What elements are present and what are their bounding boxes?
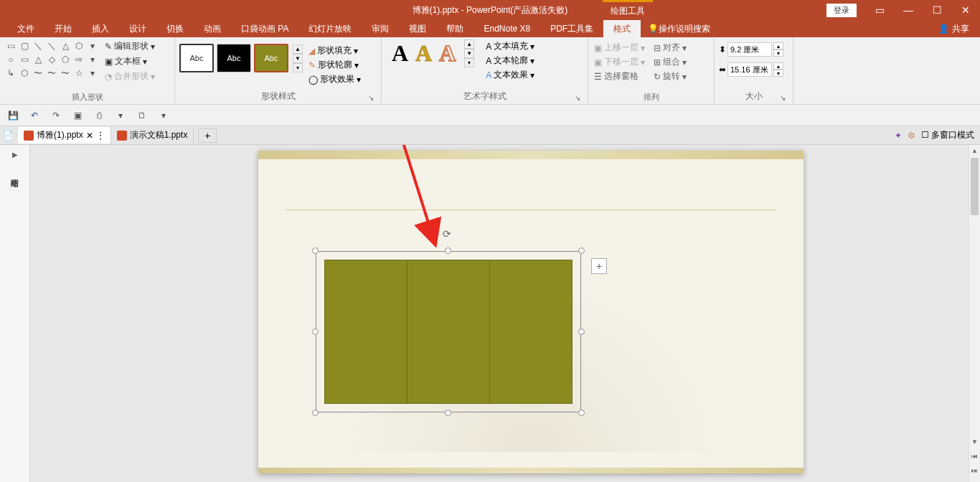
shape-icon[interactable]: △ — [59, 39, 72, 52]
tab-format[interactable]: 格式 — [603, 20, 641, 38]
text-outline-button[interactable]: A文本轮廓▾ — [484, 54, 536, 67]
tab-menu-icon[interactable]: ⋮ — [96, 131, 105, 141]
gallery-more-icon[interactable]: ▾ — [464, 58, 474, 67]
wordart-preset[interactable]: A — [415, 40, 432, 67]
shapes-gallery[interactable]: ▭▢＼＼△⬡▾ ○▭△◇⬠⇨▾ ↳⬡〜〜〜☆▾ — [4, 39, 99, 80]
selected-shape[interactable]: ⟳ + — [316, 251, 581, 412]
shape-icon[interactable]: 〜 — [32, 67, 44, 80]
text-fill-button[interactable]: A文本填充▾ — [484, 39, 536, 53]
dialog-launcher-icon[interactable]: ↘ — [778, 94, 787, 103]
tab-animations[interactable]: 动画 — [194, 20, 231, 38]
share-button[interactable]: 👤 共享 — [938, 23, 969, 35]
tab-file[interactable]: 文件 — [7, 20, 44, 38]
tab-review[interactable]: 审阅 — [362, 20, 399, 38]
tab-help[interactable]: 帮助 — [436, 20, 473, 38]
dialog-launcher-icon[interactable]: ↘ — [367, 94, 375, 103]
style-preset[interactable]: Abc — [254, 44, 288, 72]
shape-icon[interactable]: ＼ — [45, 39, 58, 52]
height-input[interactable] — [727, 42, 772, 57]
shape-style-gallery[interactable]: Abc Abc Abc ▲ ▼ ▾ — [179, 44, 303, 72]
resize-handle[interactable] — [445, 410, 451, 416]
shape-fill-button[interactable]: ◢形状填充▾ — [307, 44, 362, 57]
vertical-scrollbar[interactable]: ▲ ▼ ⏮ ⏭ — [969, 145, 980, 482]
shape-icon[interactable]: ☆ — [72, 67, 85, 80]
shape-more-icon[interactable]: ▾ — [86, 67, 99, 80]
shape-icon[interactable]: ▭ — [18, 53, 31, 66]
shape-icon[interactable]: ▾ — [86, 53, 99, 66]
spinner-down-icon[interactable]: ▼ — [773, 70, 783, 77]
gallery-up-icon[interactable]: ▲ — [293, 44, 303, 54]
wordart-preset[interactable]: A — [439, 40, 456, 67]
shape-icon[interactable]: ⬡ — [72, 39, 85, 52]
resize-handle[interactable] — [312, 329, 319, 335]
merge-shapes-button[interactable]: ◔合并形状▾ — [103, 70, 156, 83]
next-slide-icon[interactable]: ⏭ — [969, 465, 980, 476]
group-button[interactable]: ⊞组合▾ — [652, 55, 688, 69]
minimize-button[interactable]: — — [894, 0, 923, 20]
doc-right-icon[interactable]: ✦ — [895, 131, 902, 141]
undo-icon[interactable]: ↶ — [27, 108, 42, 123]
text-box-button[interactable]: ▣文本框▾ — [103, 55, 156, 68]
resize-handle[interactable] — [445, 247, 451, 254]
qat-customize-icon[interactable]: ▾ — [156, 108, 171, 123]
text-effects-button[interactable]: A文本效果▾ — [484, 68, 536, 82]
qat-icon[interactable]: ⎙ — [92, 108, 106, 123]
send-backward-button[interactable]: ▣下移一层▾ — [593, 55, 646, 69]
close-tab-icon[interactable]: ✕ — [86, 131, 93, 141]
resize-handle[interactable] — [312, 247, 319, 254]
save-icon[interactable]: 💾 — [6, 108, 20, 123]
resize-handle[interactable] — [312, 410, 319, 416]
gallery-down-icon[interactable]: ▼ — [293, 54, 303, 63]
gallery-more-icon[interactable]: ▾ — [293, 63, 303, 72]
shape-icon[interactable]: ○ — [4, 53, 17, 66]
tab-design[interactable]: 设计 — [119, 20, 156, 38]
selection-pane-button[interactable]: ☰选择窗格 — [593, 70, 646, 83]
qat-dropdown-icon[interactable]: ▾ — [113, 108, 128, 123]
shape-icon[interactable]: ↳ — [4, 67, 17, 80]
align-button[interactable]: ⊟对齐▾ — [652, 41, 688, 55]
tab-slideshow[interactable]: 幻灯片放映 — [298, 20, 362, 38]
wordart-gallery[interactable]: A A A ▲ ▼ ▾ — [386, 39, 480, 67]
tab-pocket-anim[interactable]: 口袋动画 PA — [231, 20, 298, 38]
new-document-tab[interactable]: + — [198, 128, 217, 143]
login-button[interactable]: 登录 — [826, 4, 857, 17]
shape-icon[interactable]: ▭ — [4, 39, 17, 52]
redo-icon[interactable]: ↷ — [49, 108, 63, 123]
shape-rectangle[interactable] — [324, 260, 573, 404]
gallery-down-icon[interactable]: ▼ — [464, 49, 474, 58]
wordart-preset[interactable]: A — [392, 40, 408, 67]
shape-icon[interactable]: ＼ — [32, 39, 44, 52]
shape-effects-button[interactable]: ◯形状效果▾ — [307, 72, 362, 86]
shape-icon[interactable]: △ — [32, 53, 44, 66]
tab-view[interactable]: 视图 — [399, 20, 436, 38]
scroll-down-icon[interactable]: ▼ — [969, 436, 980, 448]
style-preset[interactable]: Abc — [217, 44, 251, 72]
slide[interactable]: ⟳ + — [258, 151, 804, 473]
gallery-up-icon[interactable]: ▲ — [464, 39, 474, 49]
style-preset[interactable]: Abc — [179, 44, 214, 72]
width-input[interactable] — [727, 62, 772, 77]
edit-shape-button[interactable]: ✎编辑形状▾ — [103, 39, 156, 53]
scroll-up-icon[interactable]: ▲ — [969, 145, 980, 156]
scroll-thumb[interactable] — [971, 158, 979, 215]
spinner-up-icon[interactable]: ▲ — [773, 62, 783, 70]
tab-home[interactable]: 开始 — [44, 20, 82, 38]
rotate-handle[interactable]: ⟳ — [443, 228, 454, 240]
add-shape-button[interactable]: + — [591, 258, 607, 274]
resize-handle[interactable] — [578, 247, 585, 254]
tell-me-search[interactable]: 💡 操作说明搜索 — [648, 23, 710, 35]
prev-slide-icon[interactable]: ⏮ — [969, 450, 980, 462]
slide-canvas[interactable]: ⟳ + ▲ ▼ ⏮ ⏭ — [30, 145, 980, 482]
resize-handle[interactable] — [578, 329, 585, 335]
shape-icon[interactable]: ▢ — [18, 39, 31, 52]
multi-window-button[interactable]: ☐ 多窗口模式 — [921, 129, 974, 141]
settings-icon[interactable]: ⚙ — [908, 131, 915, 141]
tab-insert[interactable]: 插入 — [82, 20, 119, 38]
shape-icon[interactable]: ⬠ — [59, 53, 72, 66]
close-button[interactable]: ✕ — [951, 0, 980, 20]
document-tab[interactable]: 演示文稿1.pptx — [111, 127, 194, 143]
tab-pdf[interactable]: PDF工具集 — [540, 20, 603, 38]
resize-handle[interactable] — [578, 410, 585, 416]
shape-icon[interactable]: ◇ — [45, 53, 58, 66]
rotate-button[interactable]: ↻旋转▾ — [652, 70, 688, 83]
